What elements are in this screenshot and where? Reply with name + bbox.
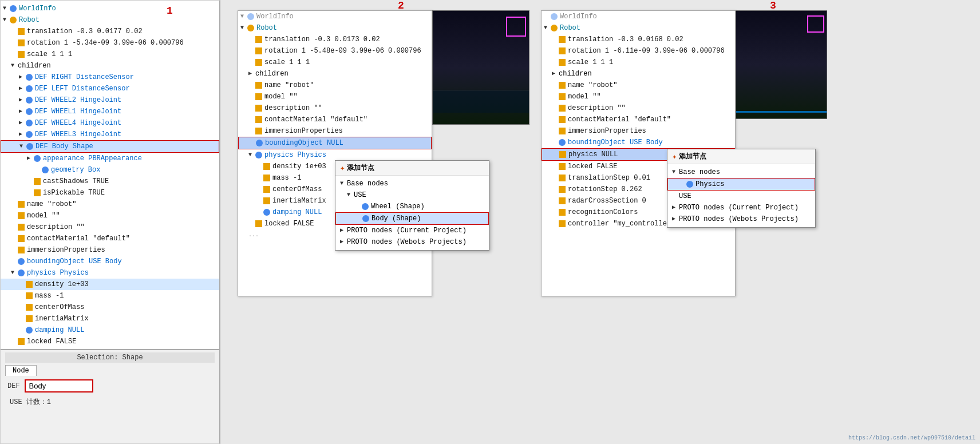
tree-item-wheel3[interactable]: ▶ DEF WHEEL3 HingeJoint [1,129,219,140]
tree-item-scale[interactable]: scale 1 1 1 [1,49,219,60]
tree-item-bounding[interactable]: boundingObject USE Body [1,256,219,267]
tree-item3-rotation[interactable]: rotation 1 -6.11e-09 3.99e-06 0.000796 [542,45,735,57]
add-node-use-2[interactable]: ▼ USE [335,189,489,201]
tree-item2-model[interactable]: model "" [238,91,432,102]
tree-item-immersion[interactable]: immersionProperties [1,244,219,256]
add-node-base-nodes-3[interactable]: ▼ Base nodes [667,166,815,178]
tree-item-name[interactable]: name "robot" [1,199,219,210]
tree-item2-description[interactable]: description "" [238,102,432,114]
arrow-bounding [11,256,18,267]
arrow-physics-3 [679,179,686,189]
add-node-body-2[interactable]: Body (Shape) [335,212,489,225]
label-base-nodes-3: Base nodes [679,167,720,177]
tree-item2-robot[interactable]: ▼ Robot [238,22,432,34]
add-node-proto-current-3[interactable]: ▶ PROTO nodes (Current Project) [667,202,815,213]
tree-item-description[interactable]: description "" [1,221,219,233]
tree-item3-contact[interactable]: contactMaterial "default" [542,114,735,125]
tree-item-is-pickable[interactable]: isPickable TRUE [1,187,219,199]
add-node-tree-2[interactable]: ▼ Base nodes ▼ USE Wheel (Shape) Body (S… [335,176,489,250]
tree-item-translation[interactable]: translation -0.3 0.0177 0.02 [1,26,219,37]
arrow-base-nodes-3: ▼ [672,167,679,177]
arrow-inertia-matrix [19,314,26,324]
tree-item2-rotation[interactable]: rotation 1 -5.48e-09 3.99e-06 0.000796 [238,45,432,57]
icon-geometry [42,166,49,173]
tree-item-center-of-mass[interactable]: centerOfMass [1,302,219,313]
tree-item2-immersion[interactable]: immersionProperties [238,125,432,137]
add-node-base-nodes-2[interactable]: ▼ Base nodes [335,178,489,189]
label-locked: locked FALSE [27,336,76,347]
tree-item3-model[interactable]: model "" [542,91,735,102]
label-robot: Robot [19,15,39,25]
label-geometry: geometry Box [51,165,100,175]
label-bounding: boundingObject USE Body [27,256,122,267]
add-node-wheel-2[interactable]: Wheel (Shape) [335,201,489,212]
tree-item2-name[interactable]: name "robot" [238,80,432,91]
tree-area-2[interactable]: ▼ WorldInfo ▼ Robot translation -0.3 0.0… [238,11,432,296]
label2-locked: locked FALSE [264,219,314,229]
tree-item-wheel2[interactable]: ▶ DEF WHEEL2 HingeJoint [1,94,219,106]
icon-cast-shadows [34,178,41,185]
tree-item2-scale[interactable]: scale 1 1 1 [238,57,432,68]
arrow2-contact [248,114,255,125]
tree-item-density[interactable]: density 1e+03 [1,279,219,290]
tree-item-contact[interactable]: contactMaterial "default" [1,233,219,244]
tree-item-locked[interactable]: locked FALSE [1,336,219,347]
tree-item2-bounding[interactable]: boundingObject NULL [238,137,432,149]
tree-item-children[interactable]: ▼ children [1,60,219,72]
label3-bounding: boundingObject USE Body [568,137,663,148]
add-node-proto-webots-3[interactable]: ▶ PROTO nodes (Webots Projects) [667,213,815,225]
tree-item3-immersion[interactable]: immersionProperties [542,125,735,137]
tree-item-robot[interactable]: ▼ Robot [1,14,219,26]
icon3-bounding [559,139,566,146]
tree-item3-bounding[interactable]: boundingObject USE Body [542,137,735,148]
arrow3-translation [552,34,559,45]
tree-item3-scale[interactable]: scale 1 1 1 [542,57,735,68]
use-count: USE 计数：1 [5,396,215,408]
node-tab[interactable]: Node [5,365,37,376]
tree-item-mass[interactable]: mass -1 [1,290,219,302]
tree-item-inertia-matrix[interactable]: inertiaMatrix [1,313,219,324]
tree-item-geometry[interactable]: geometry Box [1,164,219,176]
tree-item-body-shape[interactable]: ▼ DEF Body Shape [1,140,219,153]
tree-item-physics[interactable]: ▼ physics Physics [1,267,219,279]
label2-model: model "" [264,92,298,102]
tree-item-wheel1[interactable]: ▶ DEF WHEEL1 HingeJoint [1,106,219,117]
add-node-use-3[interactable]: USE [667,191,815,202]
def-input[interactable] [25,379,93,393]
tree-item2-children[interactable]: ▶ children [238,68,432,80]
tree-item2-worldinfo[interactable]: ▼ WorldInfo [238,11,432,22]
tree-item-worldinfo[interactable]: ▼ WorldInfo [1,3,219,14]
add-node-tree-3[interactable]: ▼ Base nodes Physics USE ▶ PROTO nodes (… [667,164,815,227]
tree-item3-robot[interactable]: ▼ Robot [542,22,735,34]
tree-item3-description[interactable]: description "" [542,102,735,114]
icon-contact [18,235,25,242]
icon-body-2 [362,215,369,222]
tree-item2-translation[interactable]: translation -0.3 0.0173 0.02 [238,34,432,45]
icon-locked [18,338,25,345]
add-node-proto-current-2[interactable]: ▶ PROTO nodes (Current Project) [335,225,489,236]
add-node-proto-webots-2[interactable]: ▶ PROTO nodes (Webots Projects) [335,236,489,248]
tree-item-cast-shadows[interactable]: castShadows TRUE [1,176,219,187]
tree-area-1[interactable]: 1 ▼ WorldInfo ▼ Robot translation -0.3 0… [1,1,219,349]
tree-item-wheel4[interactable]: ▶ DEF WHEEL4 HingeJoint [1,117,219,129]
tree-item3-children[interactable]: ▶ children [542,68,735,80]
arrow2-physics: ▼ [248,150,255,160]
label-immersion: immersionProperties [27,245,105,255]
label-wheel-2: Wheel (Shape) [371,201,425,212]
label3-robot: Robot [560,23,580,33]
tree-item-right-sensor[interactable]: ▶ DEF RIGHT DistanceSensor [1,72,219,83]
tree-item2-physics[interactable]: ▼ physics Physics [238,149,432,161]
tree-item-left-sensor[interactable]: ▶ DEF LEFT DistanceSensor [1,83,219,94]
icon3-translation [559,36,566,43]
tree-item-model[interactable]: model "" [1,210,219,221]
tree-item2-contact[interactable]: contactMaterial "default" [238,114,432,125]
tree-item-damping[interactable]: damping NULL [1,324,219,336]
tree-item-rotation[interactable]: rotation 1 -5.34e-09 3.99e-06 0.000796 [1,37,219,49]
add-node-physics-3[interactable]: Physics [667,178,815,191]
label-wheel1: DEF WHEEL1 HingeJoint [35,106,121,117]
tree-item3-worldinfo[interactable]: WorldInfo [542,11,735,22]
tree-item3-name[interactable]: name "robot" [542,80,735,91]
tree-item3-translation[interactable]: translation -0.3 0.0168 0.02 [542,34,735,45]
tree-item-appearance[interactable]: ▶ appearance PBRAppearance [1,153,219,164]
label2-bounding: boundingObject NULL [265,138,343,148]
